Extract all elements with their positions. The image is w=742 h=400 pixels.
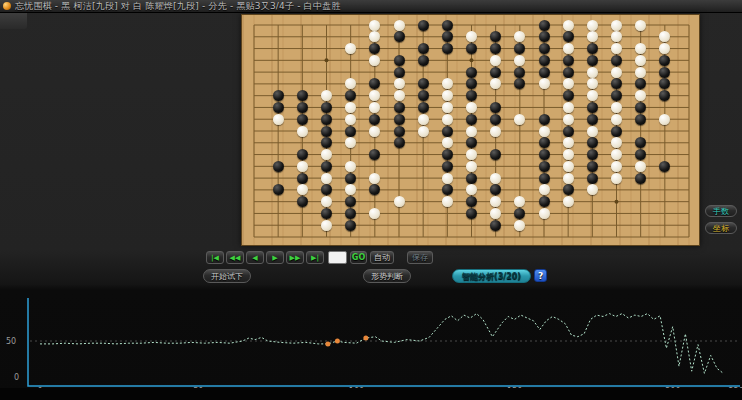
- black-stone: [321, 161, 332, 172]
- black-stone: [345, 220, 356, 231]
- black-stone: [563, 31, 574, 42]
- black-stone: [418, 55, 429, 66]
- black-stone: [539, 20, 550, 31]
- black-stone: [611, 55, 622, 66]
- white-stone: [539, 208, 550, 219]
- black-stone: [539, 137, 550, 148]
- white-stone: [442, 114, 453, 125]
- white-stone: [587, 90, 598, 101]
- auto-play-button[interactable]: 自动: [370, 251, 394, 264]
- black-stone: [466, 173, 477, 184]
- nav-back-10-button[interactable]: ◀◀: [226, 251, 244, 264]
- white-stone: [345, 161, 356, 172]
- winrate-chart-svg: [0, 280, 742, 388]
- white-stone: [321, 173, 332, 184]
- white-stone: [563, 149, 574, 160]
- nav-forward-1-button[interactable]: ▶: [266, 251, 284, 264]
- mistake-marker[interactable]: [325, 341, 330, 346]
- black-stone: [394, 126, 405, 137]
- white-stone: [490, 126, 501, 137]
- black-stone: [539, 114, 550, 125]
- black-stone: [394, 31, 405, 42]
- black-stone: [587, 173, 598, 184]
- black-stone: [345, 173, 356, 184]
- black-stone: [297, 90, 308, 101]
- black-stone: [321, 102, 332, 113]
- black-stone: [563, 67, 574, 78]
- winrate-graph[interactable]: 216 = 5.2% 050100150200220500: [0, 280, 742, 388]
- white-stone: [442, 90, 453, 101]
- black-stone: [563, 126, 574, 137]
- white-stone: [587, 67, 598, 78]
- black-stone: [490, 67, 501, 78]
- black-stone: [394, 55, 405, 66]
- white-stone: [514, 114, 525, 125]
- black-stone: [394, 102, 405, 113]
- white-stone: [563, 196, 574, 207]
- go-button[interactable]: GO: [350, 251, 367, 264]
- nav-forward-10-button[interactable]: ▶▶: [286, 251, 304, 264]
- white-stone: [563, 173, 574, 184]
- white-stone: [321, 149, 332, 160]
- black-stone: [297, 149, 308, 160]
- black-stone: [587, 102, 598, 113]
- black-stone: [466, 67, 477, 78]
- white-stone: [563, 78, 574, 89]
- white-stone: [563, 102, 574, 113]
- black-stone: [514, 67, 525, 78]
- white-stone: [442, 173, 453, 184]
- white-stone: [611, 67, 622, 78]
- white-stone: [345, 114, 356, 125]
- mistake-marker[interactable]: [335, 339, 340, 344]
- white-stone: [394, 90, 405, 101]
- black-stone: [539, 55, 550, 66]
- black-stone: [659, 67, 670, 78]
- black-stone: [369, 114, 380, 125]
- white-stone: [563, 20, 574, 31]
- white-stone: [635, 55, 646, 66]
- black-stone: [490, 114, 501, 125]
- nav-back-1-button[interactable]: ◀: [246, 251, 264, 264]
- white-stone: [297, 126, 308, 137]
- move-numbers-toggle[interactable]: 手数: [705, 205, 737, 217]
- black-stone: [321, 126, 332, 137]
- black-stone: [587, 161, 598, 172]
- white-stone: [611, 161, 622, 172]
- white-stone: [514, 220, 525, 231]
- coordinates-toggle[interactable]: 坐标: [705, 222, 737, 234]
- white-stone: [466, 161, 477, 172]
- black-stone: [611, 126, 622, 137]
- nav-first-button[interactable]: |◀: [206, 251, 224, 264]
- save-button[interactable]: 保存: [407, 251, 433, 264]
- black-stone: [490, 220, 501, 231]
- white-stone: [563, 114, 574, 125]
- white-stone: [563, 161, 574, 172]
- go-board[interactable]: [241, 14, 700, 246]
- white-stone: [587, 20, 598, 31]
- white-stone: [611, 114, 622, 125]
- move-number-input[interactable]: [328, 251, 347, 264]
- white-stone: [442, 102, 453, 113]
- black-stone: [297, 114, 308, 125]
- mistake-marker[interactable]: [363, 336, 368, 341]
- white-stone: [442, 196, 453, 207]
- white-stone: [635, 161, 646, 172]
- black-stone: [394, 137, 405, 148]
- white-stone: [418, 114, 429, 125]
- white-stone: [587, 126, 598, 137]
- white-stone: [611, 173, 622, 184]
- black-stone: [418, 78, 429, 89]
- black-stone: [635, 173, 646, 184]
- window-title: 忘忧围棋 - 黑 柯洁[九段] 对 白 陈耀烨[九段] - 分先 - 黑贴3又3…: [15, 0, 341, 13]
- black-stone: [539, 43, 550, 54]
- black-stone: [297, 102, 308, 113]
- black-stone: [297, 173, 308, 184]
- white-stone: [466, 102, 477, 113]
- black-stone: [539, 196, 550, 207]
- nav-last-button[interactable]: ▶|: [306, 251, 324, 264]
- black-stone: [273, 102, 284, 113]
- black-stone: [273, 184, 284, 195]
- white-stone: [394, 196, 405, 207]
- corner-panel: [0, 13, 27, 29]
- white-stone: [490, 173, 501, 184]
